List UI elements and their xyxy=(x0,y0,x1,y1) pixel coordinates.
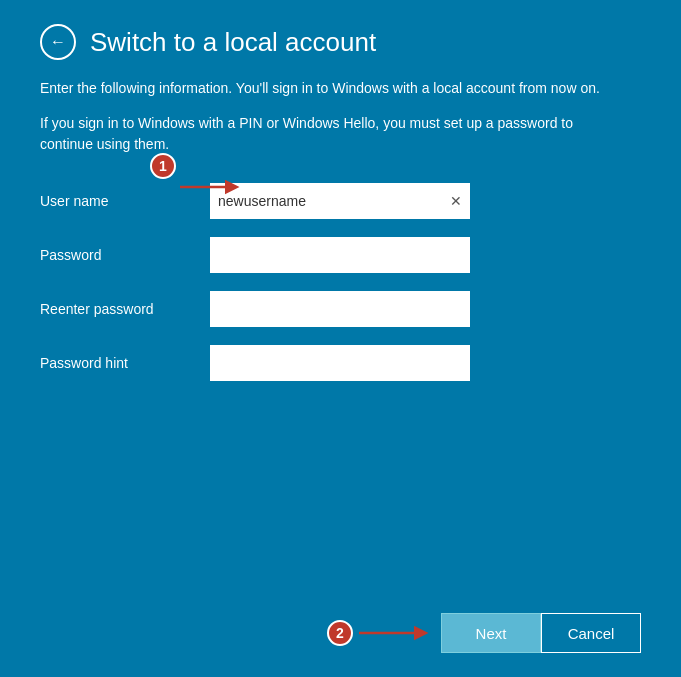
annotation-badge-1: 1 xyxy=(150,153,176,179)
password-hint-label: Password hint xyxy=(40,355,210,371)
password-input-wrapper xyxy=(210,237,470,273)
annotation-arrow-1 xyxy=(180,177,240,197)
back-button[interactable]: ← xyxy=(40,24,76,60)
back-arrow-icon: ← xyxy=(50,34,66,50)
annotation-badge-2: 2 xyxy=(327,620,353,646)
reenter-password-row: Reenter password xyxy=(40,291,641,327)
reenter-password-input[interactable] xyxy=(210,291,470,327)
bottom-row: 2 Next Cancel xyxy=(0,613,681,653)
password-input[interactable] xyxy=(210,237,470,273)
page-title: Switch to a local account xyxy=(90,27,376,58)
cancel-button[interactable]: Cancel xyxy=(541,613,641,653)
next-button[interactable]: Next xyxy=(441,613,541,653)
reenter-password-input-wrapper xyxy=(210,291,470,327)
description-2: If you sign in to Windows with a PIN or … xyxy=(40,113,600,155)
password-hint-input-wrapper xyxy=(210,345,470,381)
description-1: Enter the following information. You'll … xyxy=(40,78,600,99)
password-hint-row: Password hint xyxy=(40,345,641,381)
username-input[interactable] xyxy=(210,183,470,219)
password-label: Password xyxy=(40,247,210,263)
form: 1 User name ✕ Password xyxy=(40,183,641,399)
username-clear-button[interactable]: ✕ xyxy=(446,192,466,210)
username-row: 1 User name ✕ xyxy=(40,183,641,219)
password-hint-input[interactable] xyxy=(210,345,470,381)
annotation-arrow-2 xyxy=(359,623,429,643)
username-input-wrapper: ✕ xyxy=(210,183,470,219)
password-row: Password xyxy=(40,237,641,273)
reenter-password-label: Reenter password xyxy=(40,301,210,317)
annotation-2-area: 2 xyxy=(327,620,429,646)
